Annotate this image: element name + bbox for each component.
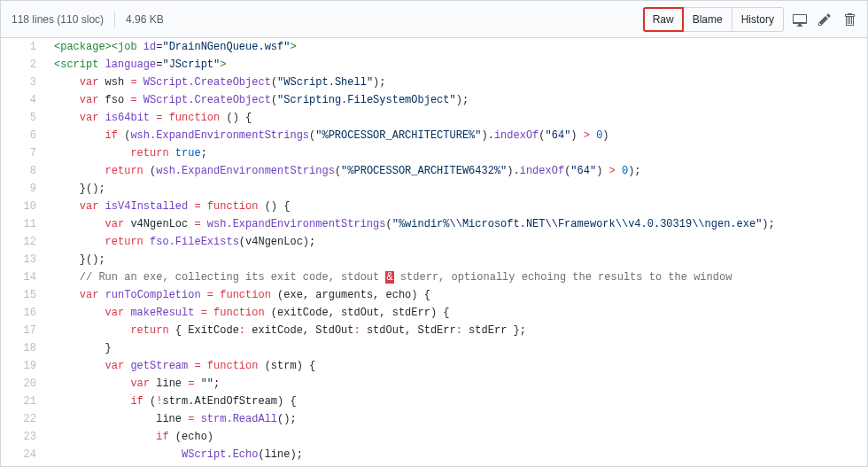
code-line: 3 var wsh = WScript.CreateObject("WScrip… [1,74,867,91]
code-line: 4 var fso = WScript.CreateObject("Script… [1,91,867,109]
line-number[interactable]: 13 [1,251,45,269]
divider [114,12,115,27]
code-line: 21 if (!strm.AtEndOfStream) { [1,393,867,410]
code-line: 7 return true; [1,144,867,162]
blame-button[interactable]: Blame [684,7,732,32]
file-actions: Raw Blame History [643,7,856,32]
line-content[interactable]: }(); [45,180,867,198]
desktop-icon[interactable] [793,12,807,27]
line-number[interactable]: 12 [1,233,45,251]
line-number[interactable]: 1 [1,38,45,56]
line-content[interactable]: var isV4Installed = function () { [45,198,867,215]
code-line: 9 }(); [1,180,867,198]
code-line: 22 line = strm.ReadAll(); [1,410,867,428]
line-number[interactable]: 23 [1,428,45,446]
line-number[interactable]: 14 [1,269,45,286]
line-number[interactable]: 22 [1,410,45,428]
line-number[interactable]: 6 [1,127,45,144]
line-number[interactable]: 2 [1,56,45,74]
line-content[interactable]: if (echo) [45,428,867,446]
code-line: 18 } [1,339,867,357]
code-line: 16 var makeResult = function (exitCode, … [1,304,867,322]
line-number[interactable]: 11 [1,215,45,233]
line-content[interactable]: var line = ""; [45,375,867,393]
code-line: 6 if (wsh.ExpandEnvironmentStrings("%PRO… [1,127,867,144]
line-number[interactable]: 10 [1,198,45,215]
line-content[interactable]: var getStream = function (strm) { [45,357,867,375]
code-line: 19 var getStream = function (strm) { [1,357,867,375]
code-view-buttons: Raw Blame History [643,7,784,32]
line-content[interactable]: var wsh = WScript.CreateObject("WScript.… [45,74,867,91]
code-line: 13 }(); [1,251,867,269]
code-line: 12 return fso.FileExists(v4NgenLoc); [1,233,867,251]
line-content[interactable]: var runToCompletion = function (exe, arg… [45,286,867,304]
history-button[interactable]: History [732,7,784,32]
file-info: 118 lines (110 sloc) 4.96 KB [12,12,164,27]
line-content[interactable]: var fso = WScript.CreateObject("Scriptin… [45,91,867,109]
line-number[interactable]: 5 [1,109,45,127]
line-content[interactable]: if (wsh.ExpandEnvironmentStrings("%PROCE… [45,127,867,144]
code-line: 17 return { ExitCode: exitCode, StdOut: … [1,322,867,339]
line-number[interactable]: 20 [1,375,45,393]
line-content[interactable]: <script language="JScript"> [45,56,867,74]
pencil-icon[interactable] [818,12,832,27]
icon-toolbar [793,12,856,27]
code-table: 1<package><job id="DrainNGenQueue.wsf">2… [1,38,867,463]
line-number[interactable]: 7 [1,144,45,162]
line-content[interactable]: // Run an exe, collecting its exit code,… [45,269,867,286]
line-number[interactable]: 3 [1,74,45,91]
file-header: 118 lines (110 sloc) 4.96 KB Raw Blame H… [1,1,867,38]
line-number[interactable]: 9 [1,180,45,198]
line-content[interactable]: return (wsh.ExpandEnvironmentStrings("%P… [45,162,867,180]
line-content[interactable]: } [45,339,867,357]
code-line: 20 var line = ""; [1,375,867,393]
file-size: 4.96 KB [126,13,164,26]
code-viewer[interactable]: 1<package><job id="DrainNGenQueue.wsf">2… [1,38,867,467]
line-content[interactable]: return true; [45,144,867,162]
line-content[interactable]: var v4NgenLoc = wsh.ExpandEnvironmentStr… [45,215,867,233]
code-line: 1<package><job id="DrainNGenQueue.wsf"> [1,38,867,56]
line-number[interactable]: 4 [1,91,45,109]
line-content[interactable]: return fso.FileExists(v4NgenLoc); [45,233,867,251]
code-line: 14 // Run an exe, collecting its exit co… [1,269,867,286]
line-number[interactable]: 8 [1,162,45,180]
line-content[interactable]: return { ExitCode: exitCode, StdOut: std… [45,322,867,339]
code-line: 10 var isV4Installed = function () { [1,198,867,215]
line-content[interactable]: line = strm.ReadAll(); [45,410,867,428]
line-number[interactable]: 16 [1,304,45,322]
line-number[interactable]: 15 [1,286,45,304]
line-content[interactable]: var is64bit = function () { [45,109,867,127]
code-line: 23 if (echo) [1,428,867,446]
code-line: 15 var runToCompletion = function (exe, … [1,286,867,304]
line-number[interactable]: 18 [1,339,45,357]
code-line: 11 var v4NgenLoc = wsh.ExpandEnvironment… [1,215,867,233]
line-content[interactable]: <package><job id="DrainNGenQueue.wsf"> [45,38,867,56]
line-content[interactable]: WScript.Echo(line); [45,446,867,463]
code-line: 24 WScript.Echo(line); [1,446,867,463]
lines-count: 118 lines (110 sloc) [12,13,104,26]
line-content[interactable]: }(); [45,251,867,269]
code-line: 5 var is64bit = function () { [1,109,867,127]
code-line: 2<script language="JScript"> [1,56,867,74]
line-number[interactable]: 21 [1,393,45,410]
line-number[interactable]: 19 [1,357,45,375]
code-line: 8 return (wsh.ExpandEnvironmentStrings("… [1,162,867,180]
line-number[interactable]: 24 [1,446,45,463]
line-number[interactable]: 17 [1,322,45,339]
line-content[interactable]: if (!strm.AtEndOfStream) { [45,393,867,410]
trash-icon[interactable] [842,12,856,27]
line-content[interactable]: var makeResult = function (exitCode, std… [45,304,867,322]
raw-button[interactable]: Raw [643,7,684,32]
